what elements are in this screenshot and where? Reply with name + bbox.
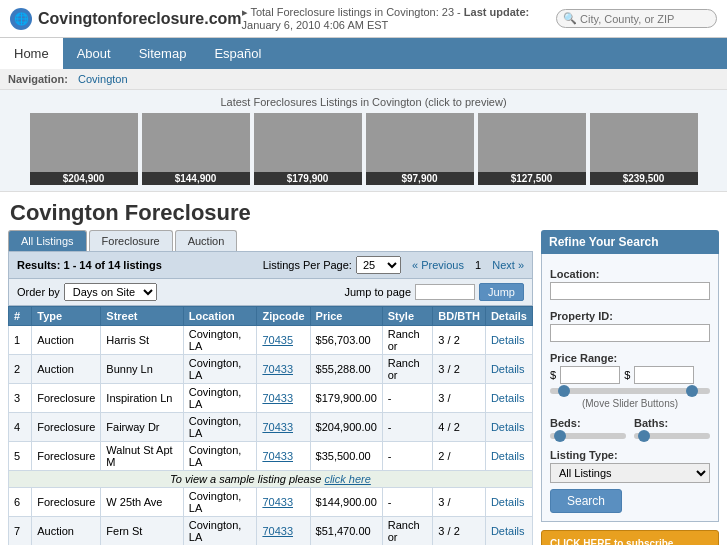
photo-item-5[interactable]: $127,500 (478, 113, 586, 185)
cell-style: Ranch or (382, 517, 433, 546)
property-id-input[interactable] (550, 324, 710, 342)
search-input[interactable] (580, 13, 710, 25)
cell-details[interactable]: Details (485, 384, 532, 413)
price-from-input[interactable] (560, 366, 620, 384)
cell-zip[interactable]: 70433 (257, 517, 310, 546)
cell-location: Covington, LA (183, 413, 257, 442)
refine-content: Location: Property ID: Price Range: $ $ … (541, 254, 719, 522)
baths-slider-bar[interactable] (634, 433, 710, 439)
left-column: All Listings Foreclosure Auction Results… (8, 230, 533, 545)
cell-location: Covington, LA (183, 326, 257, 355)
price-slider-max-thumb[interactable] (686, 385, 698, 397)
per-page-select[interactable]: 25 50 100 (356, 256, 401, 274)
beds-label: Beds: (550, 417, 626, 429)
tab-foreclosure[interactable]: Foreclosure (89, 230, 173, 251)
photos-container: $204,900 $144,900 $179,900 $97,900 $127,… (10, 113, 717, 185)
cell-street: Bunny Ln (101, 355, 183, 384)
breadcrumb-label: Navigation: (8, 73, 68, 85)
search-button[interactable]: Search (550, 489, 622, 513)
cell-num: 5 (9, 442, 32, 471)
cell-zip[interactable]: 70433 (257, 355, 310, 384)
cell-street: Harris St (101, 326, 183, 355)
cell-zip[interactable]: 70433 (257, 413, 310, 442)
cell-price: $56,703.00 (310, 326, 382, 355)
cell-type: Auction (32, 517, 101, 546)
beds-slider-thumb[interactable] (554, 430, 566, 442)
jump-button[interactable]: Jump (479, 283, 524, 301)
jump-label: Jump to page (344, 286, 411, 298)
cell-details[interactable]: Details (485, 355, 532, 384)
subscribe-box[interactable]: CLICK HERE to subscribe and get foreclos… (541, 530, 719, 545)
tab-all-listings[interactable]: All Listings (8, 230, 87, 251)
cell-zip[interactable]: 70433 (257, 488, 310, 517)
cell-type: Foreclosure (32, 442, 101, 471)
cell-type: Auction (32, 326, 101, 355)
cell-type: Foreclosure (32, 413, 101, 442)
cell-details[interactable]: Details (485, 442, 532, 471)
cell-location: Covington, LA (183, 384, 257, 413)
cell-details[interactable]: Details (485, 326, 532, 355)
cell-street: Fern St (101, 517, 183, 546)
order-bar: Order by Days on Site Price Address Jump… (8, 279, 533, 306)
cell-details[interactable]: Details (485, 413, 532, 442)
results-bar: Results: 1 - 14 of 14 listings Listings … (8, 251, 533, 279)
cell-details[interactable]: Details (485, 488, 532, 517)
cell-price: $179,900.00 (310, 384, 382, 413)
listing-type-select[interactable]: All Listings Foreclosure Auction (550, 463, 710, 483)
photo-item-6[interactable]: $239,500 (590, 113, 698, 185)
beds-col: Beds: (550, 411, 626, 443)
cell-location: Covington, LA (183, 442, 257, 471)
cell-street: Inspiration Ln (101, 384, 183, 413)
price-range-row: $ $ (550, 366, 710, 384)
location-label: Location: (550, 268, 710, 280)
cell-num: 7 (9, 517, 32, 546)
nav-espanol[interactable]: Español (200, 38, 275, 69)
beds-slider[interactable] (550, 433, 626, 439)
cell-location: Covington, LA (183, 488, 257, 517)
prev-page-link[interactable]: « Previous (412, 259, 464, 271)
header-search-box[interactable]: 🔍 (556, 9, 717, 28)
price-slider-min-thumb[interactable] (558, 385, 570, 397)
col-num: # (9, 307, 32, 326)
search-icon: 🔍 (563, 12, 577, 25)
photo-strip-title: Latest Foreclosures Listings in Covingto… (10, 96, 717, 108)
nav-about[interactable]: About (63, 38, 125, 69)
cell-zip[interactable]: 70433 (257, 384, 310, 413)
cell-bdbth: 3 / 2 (433, 326, 486, 355)
cell-bdbth: 3 / (433, 488, 486, 517)
nav-sitemap[interactable]: Sitemap (125, 38, 201, 69)
location-input[interactable] (550, 282, 710, 300)
price-slider-bar[interactable] (550, 388, 710, 394)
cell-zip[interactable]: 70433 (257, 442, 310, 471)
nav-home[interactable]: Home (0, 38, 63, 69)
table-row: 5ForeclosureWalnut St Apt MCovington, LA… (9, 442, 533, 471)
photo-item-4[interactable]: $97,900 (366, 113, 474, 185)
photo-item-2[interactable]: $144,900 (142, 113, 250, 185)
cell-zip[interactable]: 70435 (257, 326, 310, 355)
beds-slider-bar[interactable] (550, 433, 626, 439)
breadcrumb-link[interactable]: Covington (78, 73, 128, 85)
next-page-link[interactable]: Next » (492, 259, 524, 271)
baths-slider[interactable] (634, 433, 710, 439)
baths-col: Baths: (634, 411, 710, 443)
cell-location: Covington, LA (183, 517, 257, 546)
order-by-select[interactable]: Days on Site Price Address (64, 283, 157, 301)
cell-style: - (382, 413, 433, 442)
order-by-label: Order by (17, 286, 60, 298)
cell-details[interactable]: Details (485, 517, 532, 546)
table-sample-row: To view a sample listing please click he… (9, 471, 533, 488)
header: 🌐 Covingtonforeclosure.com ▸ Total Forec… (0, 0, 727, 38)
cell-price: $51,470.00 (310, 517, 382, 546)
tab-auction[interactable]: Auction (175, 230, 238, 251)
cell-price: $55,288.00 (310, 355, 382, 384)
cell-style: Ranch or (382, 326, 433, 355)
jump-input[interactable] (415, 284, 475, 300)
price-slider[interactable] (550, 388, 710, 394)
photo-item-1[interactable]: $204,900 (30, 113, 138, 185)
table-row: 2AuctionBunny LnCovington, LA70433$55,28… (9, 355, 533, 384)
photo-item-3[interactable]: $179,900 (254, 113, 362, 185)
price-to-input[interactable] (634, 366, 694, 384)
baths-slider-thumb[interactable] (638, 430, 650, 442)
cell-street: Walnut St Apt M (101, 442, 183, 471)
sample-listing-link[interactable]: click here (324, 473, 370, 485)
